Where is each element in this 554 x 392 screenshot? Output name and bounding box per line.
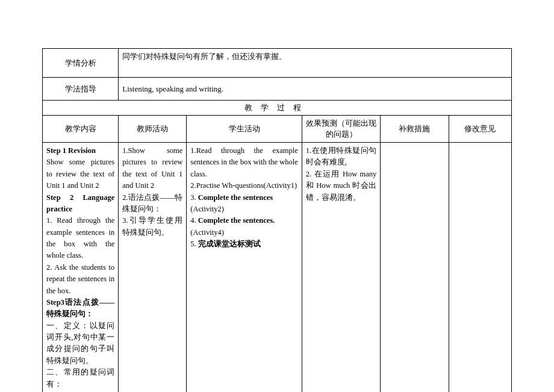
- col-remedy: 补救措施: [381, 116, 449, 143]
- cell-revision: [449, 143, 511, 393]
- student-3a: 3.: [190, 193, 198, 202]
- student-5a: 5.: [190, 240, 198, 248]
- step1-title: Step 1 Revision: [46, 146, 96, 155]
- cell-remedy: [381, 143, 449, 393]
- student-2: 2.Practise Wh-questions(Activity1): [190, 181, 297, 190]
- step3-title: Step3语法点拨——特殊疑问句：: [46, 298, 114, 318]
- row-analysis: 学情分析 同学们对特殊疑问句有所了解，但还没有掌握。: [43, 49, 512, 78]
- row-process-header: 教学过程: [43, 101, 512, 116]
- cell-student: 1.Read through the example sentences in …: [187, 143, 302, 393]
- cell-content: Step 1 Revision Show some pictures to re…: [43, 143, 119, 393]
- step3-item1: 一、定义：以疑问词开头,对句中某一成分提问的句子叫特殊疑问句。: [46, 322, 114, 365]
- teacher-3: 3.引导学生使用特殊疑问句。: [122, 216, 182, 236]
- student-3b: Complete the sentences: [198, 193, 273, 202]
- teacher-1: 1.Show some pictures to review the text …: [122, 146, 182, 190]
- col-content: 教学内容: [43, 116, 119, 143]
- step2-title: Step 2 Language practice: [46, 193, 114, 213]
- lesson-plan-table: 学情分析 同学们对特殊疑问句有所了解，但还没有掌握。 学法指导 Listenin…: [42, 48, 512, 392]
- value-method: Listening, speaking and writing.: [119, 78, 512, 101]
- label-method: 学法指导: [43, 78, 119, 101]
- col-teacher: 教师活动: [119, 116, 187, 143]
- row-column-headers: 教学内容 教师活动 学生活动 效果预测（可能出现的问题） 补救措施 修改意见: [43, 116, 512, 143]
- step2-item1: 1. Read through the example sentences in…: [46, 216, 114, 260]
- col-revision: 修改意见: [449, 116, 511, 143]
- cell-prediction: 1.在使用特殊疑问句时会有难度, 2. 在运用 How many 和 How m…: [302, 143, 381, 393]
- row-method: 学法指导 Listening, speaking and writing.: [43, 78, 512, 101]
- row-body: Step 1 Revision Show some pictures to re…: [43, 143, 512, 393]
- step2-item2: 2. Ask the students to repeat the senten…: [46, 263, 114, 295]
- teaching-process-title: 教学过程: [43, 101, 512, 116]
- teacher-2: 2.语法点拨——特殊疑问句：: [122, 193, 182, 213]
- step1-text: Show some pictures to review the text of…: [46, 158, 114, 190]
- prediction-2: 2. 在运用 How many 和 How much 时会出错，容易混淆。: [306, 170, 377, 202]
- cell-teacher: 1.Show some pictures to review the text …: [119, 143, 187, 393]
- col-prediction: 效果预测（可能出现的问题）: [302, 116, 381, 143]
- student-4c: (Activity4): [190, 228, 224, 237]
- value-analysis: 同学们对特殊疑问句有所了解，但还没有掌握。: [119, 49, 512, 78]
- step3-item2: 二、常用的疑问词有：: [46, 368, 114, 388]
- student-5b: 完成课堂达标测试: [198, 240, 261, 248]
- col-student: 学生活动: [187, 116, 302, 143]
- student-1: 1.Read through the example sentences in …: [190, 146, 297, 178]
- label-analysis: 学情分析: [43, 49, 119, 78]
- prediction-1: 1.在使用特殊疑问句时会有难度,: [306, 146, 377, 166]
- student-4b: Complete the sentences.: [198, 216, 275, 225]
- student-3c: (Activity2): [190, 205, 224, 213]
- student-4a: 4.: [190, 216, 198, 225]
